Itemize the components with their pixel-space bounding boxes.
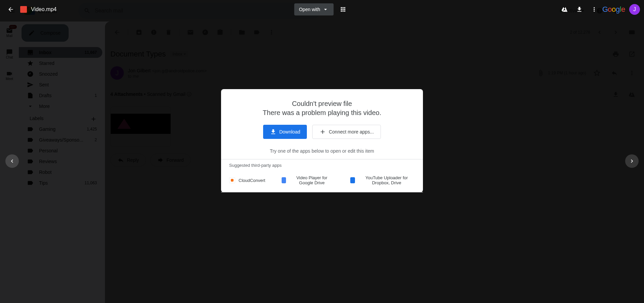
chevron-right-icon [629, 158, 635, 164]
arrow-back-icon [7, 6, 14, 13]
connect-apps-button[interactable]: Connect more apps... [312, 125, 381, 139]
overlay-header: Video.mp4 Open with Google [0, 0, 644, 19]
dialog-buttons: Download Connect more apps... [229, 125, 415, 139]
cloudconvert-icon [229, 177, 235, 183]
overlay-center: Open with [294, 3, 350, 16]
video-player-icon [282, 177, 286, 183]
add-to-drive-button[interactable] [558, 3, 571, 16]
drive-add-icon [561, 6, 568, 13]
suggested-label: Suggested third-party apps [229, 159, 415, 171]
overlay-body: Couldn't preview file There was a proble… [0, 19, 644, 303]
overlay-more-button[interactable] [587, 3, 601, 16]
app-cloudconvert[interactable]: CloudConvert [229, 175, 265, 185]
chevron-left-icon [9, 158, 15, 164]
overlay-right: Google J [558, 3, 640, 16]
dialog-hint: Try one of the apps below to open or edi… [229, 148, 415, 154]
youtube-uploader-icon [350, 177, 355, 183]
download-button[interactable] [573, 3, 586, 16]
preview-overlay: Video.mp4 Open with Google [0, 0, 644, 303]
prev-attachment-button[interactable] [5, 154, 19, 168]
video-file-icon [20, 6, 27, 13]
plus-icon [319, 128, 326, 135]
open-with-button[interactable]: Open with [294, 3, 333, 15]
dialog-title: Couldn't preview file [229, 100, 415, 108]
google-logo[interactable]: Google [602, 5, 625, 14]
dialog-download-button[interactable]: Download [263, 125, 307, 139]
account-avatar[interactable]: J [629, 4, 640, 15]
close-button[interactable] [4, 3, 17, 16]
chevron-down-icon [322, 6, 329, 13]
download-icon [270, 128, 277, 135]
dialog-divider-bottom [221, 192, 423, 192]
next-attachment-button[interactable] [625, 154, 639, 168]
apps-row: CloudConvert Video Player for Google Dri… [229, 171, 415, 192]
apps-icon [340, 6, 347, 13]
download-icon [576, 6, 583, 13]
file-title: Video.mp4 [20, 6, 57, 13]
dialog-subtitle: There was a problem playing this video. [229, 109, 415, 117]
app-video-player[interactable]: Video Player for Google Drive [282, 175, 334, 185]
app-youtube-uploader[interactable]: YouTube Uploader for Dropbox, Drive [350, 175, 415, 185]
file-name: Video.mp4 [31, 6, 57, 12]
error-dialog: Couldn't preview file There was a proble… [221, 89, 423, 192]
apps-button[interactable] [336, 3, 350, 16]
more-vert-icon [591, 6, 598, 13]
